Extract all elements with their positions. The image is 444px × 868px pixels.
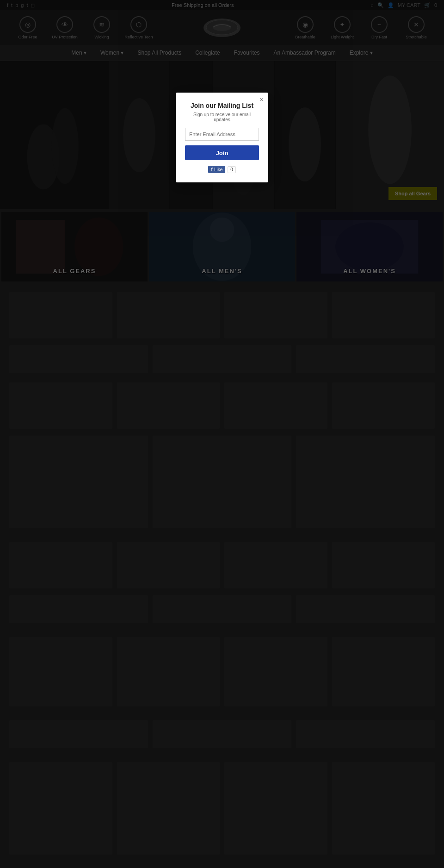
modal-subtitle: Sign up to receive our email updates — [185, 112, 259, 122]
facebook-like-button[interactable]: f Like — [208, 166, 225, 173]
email-input[interactable] — [185, 128, 259, 141]
facebook-count: 0 — [228, 166, 236, 173]
like-label: Like — [214, 167, 222, 172]
join-button[interactable]: Join — [185, 145, 259, 160]
mailing-list-modal: × Join our Mailing List Sign up to recei… — [176, 93, 268, 182]
modal-overlay[interactable]: × Join our Mailing List Sign up to recei… — [0, 0, 444, 868]
modal-title: Join our Mailing List — [185, 102, 259, 109]
facebook-icon: f — [211, 167, 213, 172]
modal-close-button[interactable]: × — [260, 96, 264, 103]
modal-social: f Like 0 — [185, 166, 259, 173]
